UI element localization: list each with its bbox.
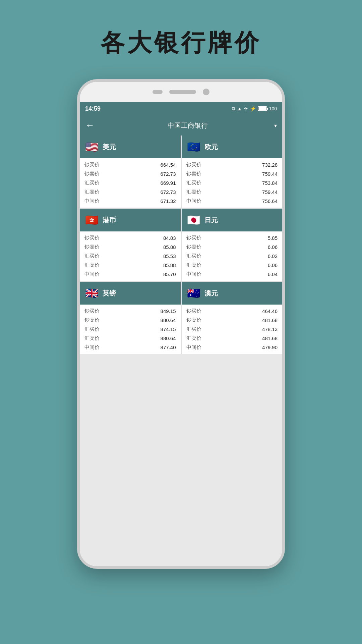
currency-name-hkd: 港币 xyxy=(103,216,116,225)
status-bar: 14:59 ⧉ ▲ ✈ ⚡ 100 xyxy=(80,102,282,115)
price-label: 汇买价 xyxy=(186,180,201,186)
price-row: 中间价756.64 xyxy=(186,197,278,206)
price-value: 6.02 xyxy=(268,253,278,259)
price-rows-aud: 钞买价464.46钞卖价481.68汇买价478.13汇卖价481.68中间价4… xyxy=(182,305,283,354)
price-value: 664.54 xyxy=(161,162,176,168)
content-area[interactable]: 🇺🇸美元钞买价664.54钞卖价672.73汇买价669.91汇卖价672.73… xyxy=(80,136,282,566)
price-rows-hkd: 钞买价84.83钞卖价85.88汇买价85.53汇卖价85.88中间价85.70 xyxy=(80,231,181,281)
copy-icon: ⧉ xyxy=(232,106,235,112)
price-value: 756.64 xyxy=(262,198,278,204)
price-row: 钞卖价759.44 xyxy=(186,169,278,178)
price-label: 汇卖价 xyxy=(84,189,100,195)
price-label: 汇买价 xyxy=(84,253,100,259)
currency-card-usd[interactable]: 🇺🇸美元钞买价664.54钞卖价672.73汇买价669.91汇卖价672.73… xyxy=(80,136,181,208)
price-row: 汇卖价880.64 xyxy=(84,334,176,343)
price-value: 672.73 xyxy=(161,189,176,195)
app-header: ← 中国工商银行 ▾ xyxy=(80,115,282,136)
price-value: 85.53 xyxy=(163,253,176,259)
price-row: 钞买价664.54 xyxy=(84,160,176,169)
bank-name: 中国工商银行 xyxy=(101,121,274,130)
price-label: 汇买价 xyxy=(84,326,100,332)
price-label: 钞卖价 xyxy=(84,171,100,177)
price-rows-usd: 钞买价664.54钞卖价672.73汇买价669.91汇卖价672.73中间价6… xyxy=(80,158,181,208)
currency-card-eur[interactable]: 🇪🇺欧元钞买价732.28钞卖价759.44汇买价753.84汇卖价759.44… xyxy=(182,136,283,208)
price-label: 汇卖价 xyxy=(84,262,100,268)
price-value: 759.44 xyxy=(262,189,278,195)
currency-header-jpy: 🇯🇵日元 xyxy=(182,209,283,231)
flag-hkd: 🇭🇰 xyxy=(84,213,99,227)
flag-gbp: 🇬🇧 xyxy=(84,286,99,301)
currency-name-jpy: 日元 xyxy=(204,216,218,225)
price-label: 汇卖价 xyxy=(186,262,201,268)
phone-frame: 14:59 ⧉ ▲ ✈ ⚡ 100 ← 中国工商银行 ▾ 🇺🇸美元钞买价664.… xyxy=(77,79,285,569)
price-row: 汇买价478.13 xyxy=(186,325,278,334)
phone-top-decoration xyxy=(80,82,282,102)
price-label: 汇买价 xyxy=(186,253,201,259)
battery-fill xyxy=(259,107,266,110)
price-label: 钞卖价 xyxy=(186,244,201,250)
price-label: 钞卖价 xyxy=(186,317,201,323)
price-value: 671.32 xyxy=(161,198,176,204)
price-label: 汇买价 xyxy=(186,326,201,332)
price-label: 钞买价 xyxy=(186,162,201,168)
price-row: 汇卖价672.73 xyxy=(84,187,176,197)
price-row: 汇买价753.84 xyxy=(186,178,278,187)
price-value: 6.04 xyxy=(268,271,278,277)
price-value: 5.85 xyxy=(268,235,278,241)
price-value: 759.44 xyxy=(262,171,278,177)
price-row: 钞买价849.15 xyxy=(84,307,176,316)
price-row: 钞卖价481.68 xyxy=(186,316,278,325)
price-value: 877.40 xyxy=(161,344,176,350)
price-label: 汇卖价 xyxy=(186,189,201,195)
price-row: 钞买价464.46 xyxy=(186,307,278,316)
price-value: 85.88 xyxy=(163,244,176,250)
price-row: 中间价85.70 xyxy=(84,270,176,279)
currency-card-aud[interactable]: 🇦🇺澳元钞买价464.46钞卖价481.68汇买价478.13汇卖价481.68… xyxy=(182,282,283,354)
price-value: 732.28 xyxy=(262,162,278,168)
price-label: 中间价 xyxy=(186,198,201,204)
battery-icon xyxy=(258,106,267,111)
price-row: 中间价6.04 xyxy=(186,270,278,279)
price-row: 钞卖价880.64 xyxy=(84,316,176,325)
price-row: 钞卖价672.73 xyxy=(84,169,176,178)
price-value: 669.91 xyxy=(161,180,176,186)
currency-header-eur: 🇪🇺欧元 xyxy=(182,136,283,158)
flag-eur: 🇪🇺 xyxy=(186,140,201,154)
status-icons: ⧉ ▲ ✈ ⚡ 100 xyxy=(232,106,277,112)
price-value: 849.15 xyxy=(161,308,176,314)
bank-dropdown[interactable]: ▾ xyxy=(274,122,277,129)
price-row: 钞卖价85.88 xyxy=(84,243,176,252)
price-value: 479.90 xyxy=(262,344,278,350)
price-value: 85.88 xyxy=(163,262,176,268)
currency-card-hkd[interactable]: 🇭🇰港币钞买价84.83钞卖价85.88汇买价85.53汇卖价85.88中间价8… xyxy=(80,209,181,281)
airplane-icon: ✈ xyxy=(244,106,248,111)
price-rows-jpy: 钞买价5.85钞卖价6.06汇买价6.02汇卖价6.06中间价6.04 xyxy=(182,231,283,281)
currency-card-jpy[interactable]: 🇯🇵日元钞买价5.85钞卖价6.06汇买价6.02汇卖价6.06中间价6.04 xyxy=(182,209,283,281)
price-row: 中间价479.90 xyxy=(186,343,278,352)
price-row: 钞买价84.83 xyxy=(84,233,176,243)
price-label: 中间价 xyxy=(186,271,201,277)
price-value: 672.73 xyxy=(161,171,176,177)
price-row: 汇卖价85.88 xyxy=(84,261,176,270)
currency-header-gbp: 🇬🇧英镑 xyxy=(80,282,181,305)
currency-header-aud: 🇦🇺澳元 xyxy=(182,282,283,305)
price-value: 85.70 xyxy=(163,271,176,277)
bolt-icon: ⚡ xyxy=(250,106,256,111)
price-row: 中间价877.40 xyxy=(84,343,176,352)
flag-aud: 🇦🇺 xyxy=(186,286,201,301)
back-button[interactable]: ← xyxy=(85,120,95,131)
price-label: 中间价 xyxy=(84,344,100,351)
price-label: 钞卖价 xyxy=(84,244,100,250)
currency-name-usd: 美元 xyxy=(103,143,116,152)
price-value: 6.06 xyxy=(268,262,278,268)
price-label: 汇卖价 xyxy=(84,335,100,341)
currency-name-aud: 澳元 xyxy=(204,289,218,298)
price-row: 汇卖价481.68 xyxy=(186,334,278,343)
phone-screen: 14:59 ⧉ ▲ ✈ ⚡ 100 ← 中国工商银行 ▾ 🇺🇸美元钞买价664.… xyxy=(80,102,282,566)
price-row: 汇买价6.02 xyxy=(186,252,278,261)
currency-grid: 🇺🇸美元钞买价664.54钞卖价672.73汇买价669.91汇卖价672.73… xyxy=(80,136,282,354)
currency-card-gbp[interactable]: 🇬🇧英镑钞买价849.15钞卖价880.64汇买价874.15汇卖价880.64… xyxy=(80,282,181,354)
price-value: 6.06 xyxy=(268,244,278,250)
price-row: 汇买价874.15 xyxy=(84,325,176,334)
price-label: 钞买价 xyxy=(84,162,100,168)
